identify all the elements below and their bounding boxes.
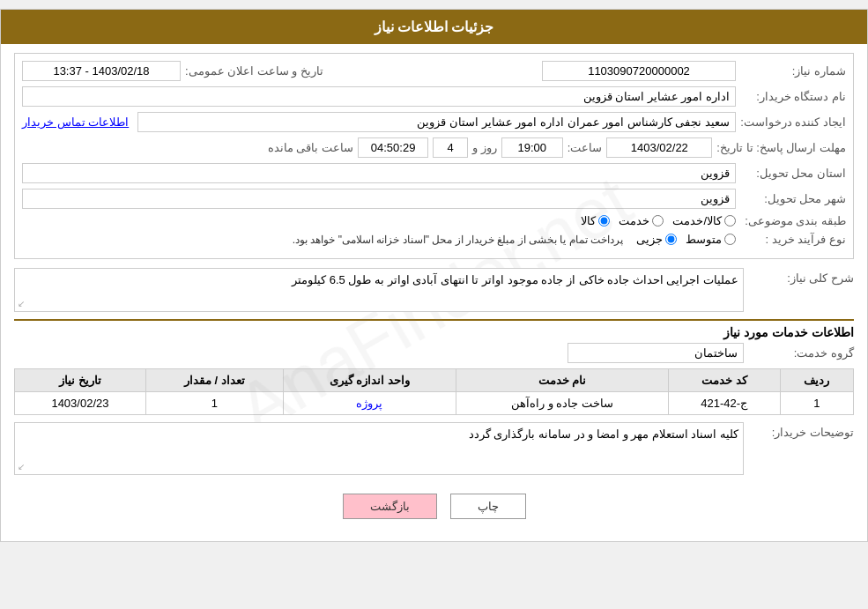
col-qty: تعداد / مقدار (145, 369, 283, 392)
radio-motavaset: متوسط (686, 233, 736, 246)
deadline-label: مهلت ارسال پاسخ: تا تاریخ: (716, 141, 846, 154)
row-announcement: شماره نیاز: 1103090720000002 تاریخ و ساع… (22, 61, 846, 81)
col-index: ردیف (780, 369, 853, 392)
group-label: گروه خدمت: (748, 346, 854, 360)
category-label: طبقه بندی موضوعی: (740, 214, 846, 227)
radio-kala-input[interactable] (598, 215, 610, 227)
page-header: جزئیات اطلاعات نیاز (1, 10, 867, 44)
cell-name: ساخت جاده و راه‌آهن (456, 392, 668, 415)
cell-index: 1 (780, 392, 853, 415)
radio-jozyi: جزیی (636, 233, 677, 246)
description-value: عملیات اجرایی احداث جاده خاکی از جاده مو… (14, 268, 744, 312)
radio-kala: کالا (581, 214, 610, 227)
radio-motavaset-label: متوسط (686, 233, 722, 246)
row-category: طبقه بندی موضوعی: کالا/خدمت خدمت کالا (22, 214, 846, 227)
creator-label: ایجاد کننده درخواست: (740, 115, 846, 129)
row-group: گروه خدمت: ساختمان (14, 343, 854, 363)
purchase-radios: متوسط جزیی (636, 233, 736, 246)
row-buyer: نام دستگاه خریدار: اداره امور عشایر استا… (22, 86, 846, 107)
cell-unit: پروژه (283, 392, 456, 415)
cell-qty: 1 (145, 392, 283, 415)
row-province: استان محل تحویل: قزوین (22, 163, 846, 183)
col-code: کد خدمت (668, 369, 780, 392)
radio-kala-khadamat-input[interactable] (724, 215, 736, 227)
row-creator: ایجاد کننده درخواست: سعید نجفی کارشناس ا… (22, 112, 846, 132)
table-header: ردیف کد خدمت نام خدمت واحد اندازه گیری ت… (15, 369, 854, 392)
table-row: 1 ج-42-421 ساخت جاده و راه‌آهن پروژه 1 1… (15, 392, 854, 415)
deadline-remaining-label: ساعت باقی مانده (268, 141, 353, 154)
deadline-time: 19:00 (501, 137, 563, 158)
province-value: قزوین (22, 163, 736, 183)
deadline-time-label: ساعت: (568, 141, 603, 154)
radio-jozyi-label: جزیی (636, 233, 663, 246)
col-unit: واحد اندازه گیری (283, 369, 456, 392)
city-value: قزوین (22, 189, 736, 209)
category-radios: کالا/خدمت خدمت کالا (581, 214, 736, 227)
radio-jozyi-input[interactable] (665, 234, 677, 245)
page-wrapper: جزئیات اطلاعات نیاز شماره نیاز: 11030907… (0, 9, 868, 542)
buyer-notes-label: توضیحات خریدار: (748, 422, 854, 439)
buyer-name-value: اداره امور عشایر استان قزوین (22, 86, 736, 107)
radio-kala-khadamat: کالا/خدمت (672, 214, 736, 227)
deadline-date: 1403/02/22 (606, 137, 712, 158)
announcement-label: تاریخ و ساعت اعلان عمومی: (185, 64, 323, 78)
radio-kala-khadamat-label: کالا/خدمت (672, 214, 722, 227)
need-number-label: شماره نیاز: (740, 64, 846, 78)
creator-link[interactable]: اطلاعات تماس خریدار (22, 115, 129, 129)
need-number-value: 1103090720000002 (542, 61, 736, 81)
creator-value: سعید نجفی کارشناس امور عمران اداره امور … (137, 112, 736, 132)
buyer-notes-value: کلیه اسناد استعلام مهر و امضا و در سامان… (14, 422, 744, 475)
row-description: شرح کلی نیاز: عملیات اجرایی احداث جاده خ… (14, 268, 854, 312)
print-button[interactable]: چاپ (450, 494, 526, 519)
services-section-title: اطلاعات خدمات مورد نیاز (14, 319, 854, 339)
content-area: شماره نیاز: 1103090720000002 تاریخ و ساع… (1, 44, 867, 541)
purchase-label: نوع فرآیند خرید : (740, 233, 846, 246)
col-date: تاریخ نیاز (15, 369, 146, 392)
row-buyer-notes: توضیحات خریدار: کلیه اسناد استعلام مهر و… (14, 422, 854, 475)
row-deadline: مهلت ارسال پاسخ: تا تاریخ: 1403/02/22 سا… (22, 137, 846, 158)
description-label: شرح کلی نیاز: (748, 268, 854, 285)
back-button[interactable]: بازگشت (343, 494, 437, 519)
group-value: ساختمان (568, 343, 744, 363)
announcement-value: 1403/02/18 - 13:37 (22, 61, 181, 81)
cell-code: ج-42-421 (668, 392, 780, 415)
purchase-note: پرداخت تمام یا بخشی از مبلغ خریدار از مح… (293, 234, 623, 246)
radio-khadamat-label: خدمت (619, 214, 649, 227)
deadline-days: 4 (433, 137, 468, 158)
bottom-buttons: چاپ بازگشت (14, 480, 854, 532)
cell-date: 1403/02/23 (15, 392, 146, 415)
radio-khadamat-input[interactable] (652, 215, 664, 227)
deadline-days-label: روز و (472, 141, 497, 154)
row-purchase: نوع فرآیند خرید : متوسط جزیی پرداخت تمام… (22, 233, 846, 246)
info-section: شماره نیاز: 1103090720000002 تاریخ و ساع… (14, 53, 854, 259)
radio-khadamat: خدمت (619, 214, 664, 227)
radio-kala-label: کالا (581, 214, 596, 227)
city-label: شهر محل تحویل: (740, 192, 846, 205)
buyer-name-label: نام دستگاه خریدار: (740, 90, 846, 103)
row-city: شهر محل تحویل: قزوین (22, 189, 846, 209)
radio-motavaset-input[interactable] (724, 234, 736, 245)
page-title: جزئیات اطلاعات نیاز (375, 19, 494, 34)
col-name: نام خدمت (456, 369, 668, 392)
services-table: ردیف کد خدمت نام خدمت واحد اندازه گیری ت… (14, 368, 854, 415)
services-tbody: 1 ج-42-421 ساخت جاده و راه‌آهن پروژه 1 1… (15, 392, 854, 415)
deadline-remaining: 04:50:29 (358, 137, 428, 158)
province-label: استان محل تحویل: (740, 167, 846, 180)
